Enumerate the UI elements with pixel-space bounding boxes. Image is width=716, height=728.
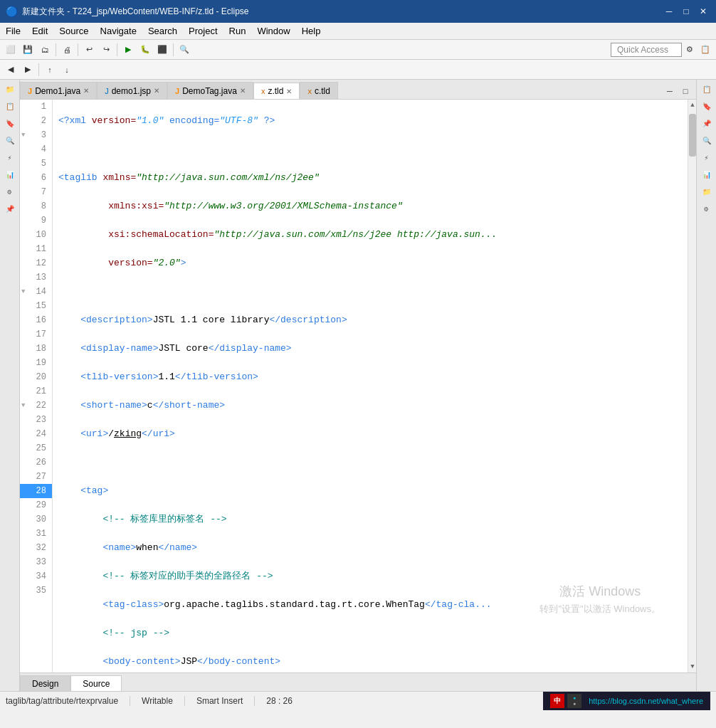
code-content[interactable]: <?xml version="1.0" encoding="UTF-8" ?> … xyxy=(53,100,688,672)
debug-button[interactable]: 🐛 xyxy=(137,42,153,58)
status-mode: Writable xyxy=(142,696,173,706)
tab-ctld[interactable]: x c.tld xyxy=(300,82,338,99)
line-num-28: 28 xyxy=(20,484,52,498)
line-num-2: 2 xyxy=(20,114,52,128)
sidebar-icon-4[interactable]: 🔍 xyxy=(3,134,17,148)
tab-label-ctld: c.tld xyxy=(315,86,330,96)
run-button[interactable]: ▶ xyxy=(120,42,136,58)
app-icon: 🔵 xyxy=(6,6,18,17)
menu-help[interactable]: Help xyxy=(296,23,327,39)
scrollbar[interactable]: ▲ ▼ xyxy=(688,100,696,672)
scroll-up-arrow[interactable]: ▲ xyxy=(688,100,696,111)
menu-file[interactable]: File xyxy=(0,23,26,39)
tab-icon-ztld: x xyxy=(261,87,265,95)
tab-demo1jsp[interactable]: J demo1.jsp ✕ xyxy=(97,82,167,99)
title-bar: 🔵 新建文件夹 - T224_jsp/WebContent/WEB-INF/z.… xyxy=(0,0,716,23)
tab-ztld[interactable]: x z.tld ✕ xyxy=(253,83,300,100)
menu-navigate[interactable]: Navigate xyxy=(95,23,142,39)
code-line-3: <taglib xmlns="http://java.sun.com/xml/n… xyxy=(53,171,688,185)
perspective-button-2[interactable]: 📋 xyxy=(697,42,713,58)
sidebar-icon-5[interactable]: ⚡ xyxy=(3,151,17,165)
scrollbar-thumb[interactable] xyxy=(689,114,696,157)
sidebar-icon-6[interactable]: 📊 xyxy=(3,168,17,182)
menu-edit[interactable]: Edit xyxy=(26,23,53,39)
tab-bar: J Demo1.java ✕ J demo1.jsp ✕ J DemoTag.j… xyxy=(20,80,696,100)
sidebar-icon-1[interactable]: 📁 xyxy=(3,83,17,97)
menu-project[interactable]: Project xyxy=(183,23,223,39)
line-num-26: 26 xyxy=(20,455,52,470)
right-sidebar-icon-5[interactable]: ⚡ xyxy=(700,151,714,165)
navigate-up-button[interactable]: ↑ xyxy=(42,62,58,78)
right-sidebar-icon-8[interactable]: ⚙ xyxy=(700,202,714,216)
maximize-editor-button[interactable]: □ xyxy=(678,83,693,99)
status-path: taglib/tag/attribute/rtexprvalue xyxy=(6,696,118,706)
menu-source[interactable]: Source xyxy=(53,23,94,39)
line-num-33: 33 xyxy=(20,555,52,569)
separator-3 xyxy=(117,43,117,56)
code-line-19: <!-- jsp --> xyxy=(53,626,688,640)
tab-close-demotagjava[interactable]: ✕ xyxy=(240,87,246,95)
lang-cn-icon: 中 xyxy=(550,694,564,708)
tab-design[interactable]: Design xyxy=(20,675,70,691)
close-button[interactable]: ✕ xyxy=(696,4,710,19)
right-sidebar-icon-2[interactable]: 🔖 xyxy=(700,100,714,114)
undo-button[interactable]: ↩ xyxy=(81,42,97,58)
redo-button[interactable]: ↪ xyxy=(98,42,114,58)
line-num-29: 29 xyxy=(20,498,52,512)
back-button[interactable]: ◀ xyxy=(3,62,19,78)
status-insert: Smart Insert xyxy=(196,696,243,706)
line-num-35: 35 xyxy=(20,584,52,598)
tab-demotagjava[interactable]: J DemoTag.java ✕ xyxy=(167,82,253,99)
code-line-10: <tlib-version>1.1</tlib-version> xyxy=(53,370,688,384)
quick-access-input[interactable]: Quick Access xyxy=(611,43,682,57)
menu-run[interactable]: Run xyxy=(223,23,252,39)
tab-demo1java[interactable]: J Demo1.java ✕ xyxy=(20,82,97,99)
search-button[interactable]: 🔍 xyxy=(177,42,192,58)
navigate-down-button[interactable]: ↓ xyxy=(59,62,75,78)
right-sidebar-icon-4[interactable]: 🔍 xyxy=(700,134,714,148)
sidebar-icon-2[interactable]: 📋 xyxy=(3,100,17,114)
new-button[interactable]: ⬜ xyxy=(3,42,19,58)
tab-close-ztld[interactable]: ✕ xyxy=(286,88,292,95)
print-button[interactable]: 🖨 xyxy=(59,42,75,58)
tab-bar-controls: ─ □ xyxy=(659,83,696,99)
right-sidebar-icon-6[interactable]: 📊 xyxy=(700,168,714,182)
right-sidebar-icon-1[interactable]: 📋 xyxy=(700,83,714,97)
stop-button[interactable]: ⬛ xyxy=(154,42,170,58)
separator-4 xyxy=(173,43,174,56)
tab-close-demo1jsp[interactable]: ✕ xyxy=(154,87,159,95)
tab-label-demo1java: Demo1.java xyxy=(35,86,80,96)
line-num-23: 23 xyxy=(20,413,52,427)
maximize-button[interactable]: □ xyxy=(679,4,693,19)
right-sidebar-icon-3[interactable]: 📌 xyxy=(700,117,714,131)
separator-2 xyxy=(78,43,78,56)
line-num-5: 5 xyxy=(20,157,52,171)
sidebar-icon-3[interactable]: 🔖 xyxy=(3,117,17,131)
line-num-19: 19 xyxy=(20,356,52,370)
line-num-30: 30 xyxy=(20,512,52,527)
menu-search[interactable]: Search xyxy=(142,23,183,39)
save-button[interactable]: 💾 xyxy=(20,42,36,58)
code-editor[interactable]: 1 2 ▼3 4 5 6 7 8 9 10 11 12 13 ▼14 15 16 xyxy=(20,100,688,672)
right-sidebar-icon-7[interactable]: 📁 xyxy=(700,185,714,199)
sidebar-icon-8[interactable]: 📌 xyxy=(3,202,17,216)
tab-close-demo1java[interactable]: ✕ xyxy=(83,87,89,95)
code-line-18: <tag-class>org.apache.taglibs.standard.t… xyxy=(53,598,688,612)
window-title: 新建文件夹 - T224_jsp/WebContent/WEB-INF/z.tl… xyxy=(22,6,662,18)
minimize-button[interactable]: ─ xyxy=(662,4,676,19)
scroll-down-arrow[interactable]: ▼ xyxy=(688,661,696,672)
code-line-20: <body-content>JSP</body-content> xyxy=(53,655,688,669)
minimize-editor-button[interactable]: ─ xyxy=(662,83,678,99)
code-line-7 xyxy=(53,285,688,299)
code-line-1: <?xml version="1.0" encoding="UTF-8" ?> xyxy=(53,114,688,128)
line-num-13: 13 xyxy=(20,270,52,285)
forward-button[interactable]: ▶ xyxy=(20,62,36,78)
open-perspective-button[interactable]: ⚙ xyxy=(682,42,697,58)
line-num-20: 20 xyxy=(20,370,52,384)
save-all-button[interactable]: 🗂 xyxy=(37,42,53,58)
line-numbers: 1 2 ▼3 4 5 6 7 8 9 10 11 12 13 ▼14 15 16 xyxy=(20,100,53,672)
tab-source[interactable]: Source xyxy=(70,675,122,691)
sidebar-icon-7[interactable]: ⚙ xyxy=(3,185,17,199)
code-line-8: <description>JSTL 1.1 core library</desc… xyxy=(53,313,688,327)
menu-window[interactable]: Window xyxy=(251,23,295,39)
